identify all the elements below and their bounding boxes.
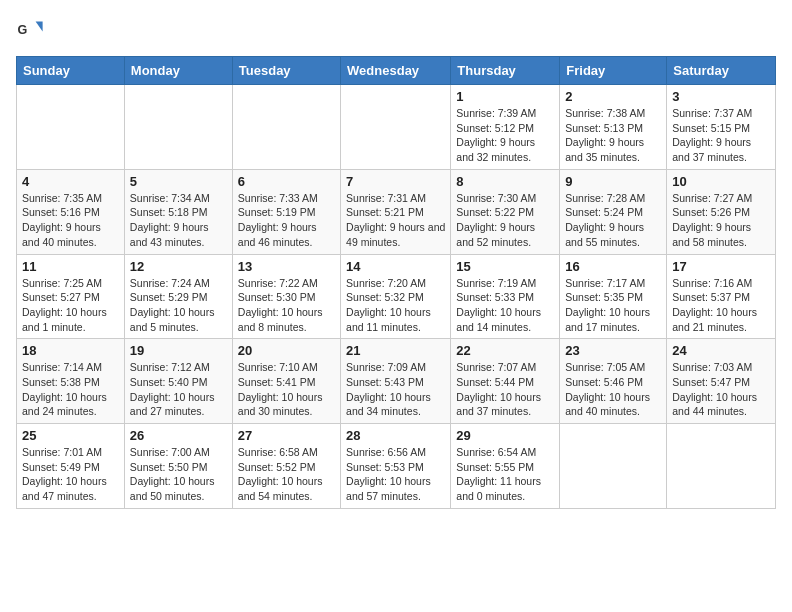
calendar-cell: 4Sunrise: 7:35 AMSunset: 5:16 PMDaylight… [17, 169, 125, 254]
day-number: 21 [346, 343, 445, 358]
day-number: 12 [130, 259, 227, 274]
day-info: Sunrise: 7:17 AMSunset: 5:35 PMDaylight:… [565, 276, 661, 335]
day-info: Sunrise: 7:20 AMSunset: 5:32 PMDaylight:… [346, 276, 445, 335]
logo-icon: G [16, 16, 44, 44]
day-number: 16 [565, 259, 661, 274]
calendar-week-2: 4Sunrise: 7:35 AMSunset: 5:16 PMDaylight… [17, 169, 776, 254]
day-number: 5 [130, 174, 227, 189]
calendar-cell: 15Sunrise: 7:19 AMSunset: 5:33 PMDayligh… [451, 254, 560, 339]
day-number: 9 [565, 174, 661, 189]
day-number: 13 [238, 259, 335, 274]
weekday-header-monday: Monday [124, 57, 232, 85]
day-info: Sunrise: 7:16 AMSunset: 5:37 PMDaylight:… [672, 276, 770, 335]
calendar-week-1: 1Sunrise: 7:39 AMSunset: 5:12 PMDaylight… [17, 85, 776, 170]
day-number: 23 [565, 343, 661, 358]
day-info: Sunrise: 7:30 AMSunset: 5:22 PMDaylight:… [456, 191, 554, 250]
day-number: 29 [456, 428, 554, 443]
calendar-cell: 20Sunrise: 7:10 AMSunset: 5:41 PMDayligh… [232, 339, 340, 424]
day-info: Sunrise: 7:24 AMSunset: 5:29 PMDaylight:… [130, 276, 227, 335]
calendar-table: SundayMondayTuesdayWednesdayThursdayFrid… [16, 56, 776, 509]
weekday-header-sunday: Sunday [17, 57, 125, 85]
logo: G [16, 16, 48, 44]
day-info: Sunrise: 7:19 AMSunset: 5:33 PMDaylight:… [456, 276, 554, 335]
weekday-header-tuesday: Tuesday [232, 57, 340, 85]
svg-text:G: G [17, 23, 27, 37]
calendar-cell: 19Sunrise: 7:12 AMSunset: 5:40 PMDayligh… [124, 339, 232, 424]
day-info: Sunrise: 7:22 AMSunset: 5:30 PMDaylight:… [238, 276, 335, 335]
calendar-week-5: 25Sunrise: 7:01 AMSunset: 5:49 PMDayligh… [17, 424, 776, 509]
calendar-cell [124, 85, 232, 170]
day-number: 8 [456, 174, 554, 189]
calendar-cell: 3Sunrise: 7:37 AMSunset: 5:15 PMDaylight… [667, 85, 776, 170]
day-info: Sunrise: 7:39 AMSunset: 5:12 PMDaylight:… [456, 106, 554, 165]
day-number: 17 [672, 259, 770, 274]
day-number: 27 [238, 428, 335, 443]
calendar-cell: 11Sunrise: 7:25 AMSunset: 5:27 PMDayligh… [17, 254, 125, 339]
weekday-header-saturday: Saturday [667, 57, 776, 85]
calendar-cell [560, 424, 667, 509]
calendar-cell: 14Sunrise: 7:20 AMSunset: 5:32 PMDayligh… [341, 254, 451, 339]
day-number: 6 [238, 174, 335, 189]
calendar-cell: 5Sunrise: 7:34 AMSunset: 5:18 PMDaylight… [124, 169, 232, 254]
calendar-cell: 25Sunrise: 7:01 AMSunset: 5:49 PMDayligh… [17, 424, 125, 509]
page-header: G [16, 16, 776, 44]
day-info: Sunrise: 7:31 AMSunset: 5:21 PMDaylight:… [346, 191, 445, 250]
calendar-cell: 8Sunrise: 7:30 AMSunset: 5:22 PMDaylight… [451, 169, 560, 254]
calendar-cell [667, 424, 776, 509]
calendar-cell: 16Sunrise: 7:17 AMSunset: 5:35 PMDayligh… [560, 254, 667, 339]
day-info: Sunrise: 7:10 AMSunset: 5:41 PMDaylight:… [238, 360, 335, 419]
day-number: 28 [346, 428, 445, 443]
calendar-cell: 18Sunrise: 7:14 AMSunset: 5:38 PMDayligh… [17, 339, 125, 424]
day-number: 20 [238, 343, 335, 358]
calendar-week-4: 18Sunrise: 7:14 AMSunset: 5:38 PMDayligh… [17, 339, 776, 424]
day-number: 26 [130, 428, 227, 443]
day-info: Sunrise: 6:54 AMSunset: 5:55 PMDaylight:… [456, 445, 554, 504]
calendar-cell: 12Sunrise: 7:24 AMSunset: 5:29 PMDayligh… [124, 254, 232, 339]
calendar-cell: 1Sunrise: 7:39 AMSunset: 5:12 PMDaylight… [451, 85, 560, 170]
calendar-cell: 13Sunrise: 7:22 AMSunset: 5:30 PMDayligh… [232, 254, 340, 339]
day-info: Sunrise: 7:00 AMSunset: 5:50 PMDaylight:… [130, 445, 227, 504]
day-number: 25 [22, 428, 119, 443]
day-number: 10 [672, 174, 770, 189]
day-info: Sunrise: 7:34 AMSunset: 5:18 PMDaylight:… [130, 191, 227, 250]
calendar-cell: 24Sunrise: 7:03 AMSunset: 5:47 PMDayligh… [667, 339, 776, 424]
day-number: 24 [672, 343, 770, 358]
day-info: Sunrise: 7:38 AMSunset: 5:13 PMDaylight:… [565, 106, 661, 165]
calendar-week-3: 11Sunrise: 7:25 AMSunset: 5:27 PMDayligh… [17, 254, 776, 339]
calendar-cell: 10Sunrise: 7:27 AMSunset: 5:26 PMDayligh… [667, 169, 776, 254]
calendar-cell: 22Sunrise: 7:07 AMSunset: 5:44 PMDayligh… [451, 339, 560, 424]
calendar-cell: 7Sunrise: 7:31 AMSunset: 5:21 PMDaylight… [341, 169, 451, 254]
day-number: 2 [565, 89, 661, 104]
weekday-header-thursday: Thursday [451, 57, 560, 85]
day-info: Sunrise: 7:28 AMSunset: 5:24 PMDaylight:… [565, 191, 661, 250]
day-info: Sunrise: 7:33 AMSunset: 5:19 PMDaylight:… [238, 191, 335, 250]
day-number: 4 [22, 174, 119, 189]
day-info: Sunrise: 7:35 AMSunset: 5:16 PMDaylight:… [22, 191, 119, 250]
day-info: Sunrise: 7:37 AMSunset: 5:15 PMDaylight:… [672, 106, 770, 165]
day-number: 1 [456, 89, 554, 104]
day-number: 3 [672, 89, 770, 104]
day-info: Sunrise: 6:56 AMSunset: 5:53 PMDaylight:… [346, 445, 445, 504]
day-info: Sunrise: 7:07 AMSunset: 5:44 PMDaylight:… [456, 360, 554, 419]
calendar-cell: 23Sunrise: 7:05 AMSunset: 5:46 PMDayligh… [560, 339, 667, 424]
day-info: Sunrise: 7:25 AMSunset: 5:27 PMDaylight:… [22, 276, 119, 335]
day-info: Sunrise: 7:27 AMSunset: 5:26 PMDaylight:… [672, 191, 770, 250]
calendar-cell: 29Sunrise: 6:54 AMSunset: 5:55 PMDayligh… [451, 424, 560, 509]
day-number: 22 [456, 343, 554, 358]
calendar-cell: 17Sunrise: 7:16 AMSunset: 5:37 PMDayligh… [667, 254, 776, 339]
day-number: 11 [22, 259, 119, 274]
day-number: 19 [130, 343, 227, 358]
weekday-header-friday: Friday [560, 57, 667, 85]
day-info: Sunrise: 7:01 AMSunset: 5:49 PMDaylight:… [22, 445, 119, 504]
calendar-cell: 9Sunrise: 7:28 AMSunset: 5:24 PMDaylight… [560, 169, 667, 254]
day-number: 14 [346, 259, 445, 274]
day-number: 18 [22, 343, 119, 358]
calendar-cell: 28Sunrise: 6:56 AMSunset: 5:53 PMDayligh… [341, 424, 451, 509]
day-info: Sunrise: 7:12 AMSunset: 5:40 PMDaylight:… [130, 360, 227, 419]
calendar-cell: 26Sunrise: 7:00 AMSunset: 5:50 PMDayligh… [124, 424, 232, 509]
day-info: Sunrise: 7:09 AMSunset: 5:43 PMDaylight:… [346, 360, 445, 419]
calendar-cell: 2Sunrise: 7:38 AMSunset: 5:13 PMDaylight… [560, 85, 667, 170]
day-info: Sunrise: 7:03 AMSunset: 5:47 PMDaylight:… [672, 360, 770, 419]
day-number: 15 [456, 259, 554, 274]
calendar-cell: 21Sunrise: 7:09 AMSunset: 5:43 PMDayligh… [341, 339, 451, 424]
